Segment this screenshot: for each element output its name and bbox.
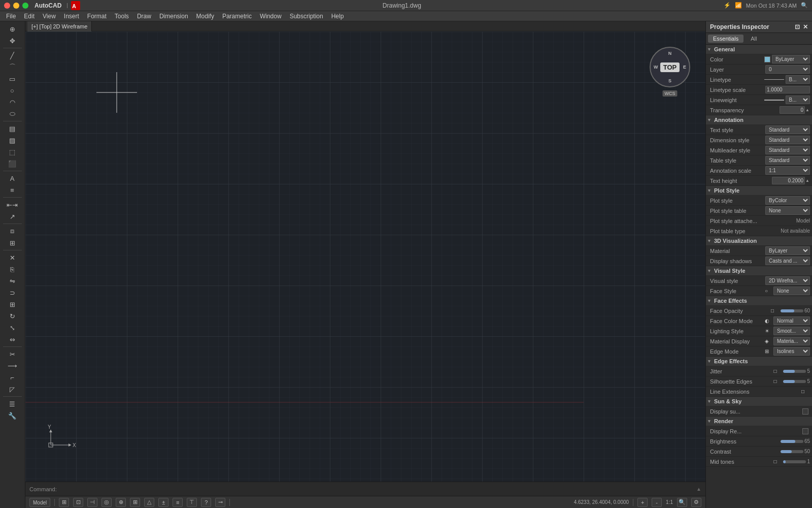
model-button[interactable]: Model — [29, 498, 50, 507]
annotation-scale-select[interactable]: 1:1 — [765, 166, 810, 175]
tab-all[interactable]: All — [746, 35, 762, 43]
erase-tool[interactable]: ✕ — [1, 252, 23, 263]
rectangle-tool[interactable]: ▭ — [1, 73, 23, 84]
plot-style-table-select[interactable]: None — [765, 206, 810, 215]
menu-subscription[interactable]: Subscription — [286, 11, 327, 21]
contrast-slider[interactable] — [781, 450, 803, 453]
trim-tool[interactable]: ✂ — [1, 348, 23, 360]
otrack-toggle[interactable]: ⊞ — [130, 498, 140, 507]
menu-file[interactable]: File — [2, 11, 20, 21]
display-sun-checkbox[interactable] — [802, 408, 808, 415]
circle-tool[interactable]: ○ — [1, 85, 23, 96]
display-render-checkbox[interactable] — [802, 428, 808, 434]
menu-insert[interactable]: Insert — [60, 11, 83, 21]
polar-toggle[interactable]: ◎ — [101, 498, 112, 507]
fillet-tool[interactable]: ⌐ — [1, 372, 23, 383]
tp-toggle[interactable]: ⊤ — [187, 498, 197, 507]
section-render[interactable]: Render — [706, 417, 812, 426]
transparency-input[interactable] — [780, 106, 805, 114]
jitter-slider[interactable] — [783, 370, 806, 373]
section-plot-style[interactable]: Plot Style — [706, 186, 812, 196]
section-annotation[interactable]: Annotation — [706, 115, 812, 125]
stretch-tool[interactable]: ⇔ — [1, 334, 23, 345]
edge-mode-select[interactable]: Isolines — [773, 347, 810, 356]
menu-format[interactable]: Format — [83, 11, 111, 21]
properties-tool[interactable]: 🔧 — [1, 410, 23, 421]
section-sun-sky[interactable]: Sun & Sky — [706, 397, 812, 406]
qp-toggle[interactable]: ? — [201, 498, 211, 507]
multileader-style-select[interactable]: Standard — [765, 146, 810, 154]
region-tool[interactable]: ⬛ — [1, 158, 23, 169]
menu-edit[interactable]: Edit — [20, 11, 39, 21]
hatch-tool[interactable]: ▤ — [1, 123, 23, 134]
tab-essentials[interactable]: Essentials — [708, 35, 743, 43]
mirror-tool[interactable]: ⇋ — [1, 275, 23, 287]
text-height-input[interactable] — [772, 177, 805, 184]
linetype-scale-input[interactable] — [765, 86, 810, 93]
copy-tool[interactable]: ⎘ — [1, 264, 23, 275]
display-shadows-select[interactable]: Casts and ... — [765, 257, 810, 265]
maximize-window-button[interactable] — [22, 3, 28, 9]
line-tool[interactable]: ╱ — [1, 50, 23, 61]
text-style-select[interactable]: Standard — [765, 125, 810, 134]
drawing-canvas[interactable]: N S E W TOP WCS X — [25, 31, 705, 482]
chamfer-tool[interactable]: ◸ — [1, 384, 23, 395]
ortho-toggle[interactable]: ⊣ — [87, 498, 97, 507]
grid-toggle[interactable]: ⊡ — [73, 498, 83, 507]
dyn-toggle[interactable]: ± — [158, 498, 168, 507]
rotate-tool[interactable]: ↻ — [1, 310, 23, 322]
menu-draw[interactable]: Draw — [133, 11, 155, 21]
section-edge-effects[interactable]: Edge Effects — [706, 357, 812, 366]
menu-modify[interactable]: Modify — [192, 11, 218, 21]
offset-tool[interactable]: ⊃ — [1, 287, 23, 298]
brightness-slider[interactable] — [781, 440, 803, 443]
text-height-spin-up[interactable]: ▲ — [805, 178, 810, 183]
lineweight-select[interactable]: B... — [786, 96, 810, 104]
zoom-in-button[interactable]: + — [637, 498, 648, 507]
leader-tool[interactable]: ↗ — [1, 211, 23, 222]
scale-tool[interactable]: ⤡ — [1, 322, 23, 333]
zoom-out-button[interactable]: - — [652, 498, 662, 507]
move-tool[interactable]: ✥ — [1, 35, 23, 46]
section-face-effects[interactable]: Face Effects — [706, 296, 812, 306]
color-select[interactable]: ByLayer — [772, 55, 810, 64]
section-visual-style[interactable]: Visual Style — [706, 266, 812, 276]
arc-tool[interactable]: ◠ — [1, 97, 23, 108]
array-tool[interactable]: ⊞ — [1, 299, 23, 310]
layer-select[interactable]: 0 — [765, 65, 810, 74]
extend-tool[interactable]: ⟶ — [1, 360, 23, 371]
command-expand-icon[interactable]: ▲ — [696, 486, 701, 492]
search-status-icon[interactable]: 🔍 — [677, 498, 687, 507]
text-tool[interactable]: A — [1, 173, 23, 184]
menu-tools[interactable]: Tools — [111, 11, 133, 21]
menu-window[interactable]: Window — [256, 11, 286, 21]
lw-toggle[interactable]: ≡ — [173, 498, 183, 507]
ducs-toggle[interactable]: △ — [144, 498, 154, 507]
snap-toggle[interactable]: ⊞ — [59, 498, 69, 507]
linetype-select[interactable]: B... — [786, 75, 810, 84]
mid-tones-slider[interactable] — [783, 460, 806, 463]
search-icon[interactable]: 🔍 — [801, 2, 808, 9]
command-input[interactable] — [59, 486, 696, 493]
osnap-toggle[interactable]: ⊕ — [116, 498, 126, 507]
table-style-select[interactable]: Standard — [765, 156, 810, 165]
visual-style-select[interactable]: 2D Wirefra... — [765, 276, 810, 285]
face-color-mode-select[interactable]: Normal — [773, 316, 810, 325]
menu-dimension[interactable]: Dimension — [155, 11, 192, 21]
material-select[interactable]: ByLayer — [765, 246, 810, 255]
lighting-style-select[interactable]: Smoot... — [773, 327, 810, 335]
insert-tool[interactable]: ⊞ — [1, 237, 23, 248]
material-display-select[interactable]: Materia... — [773, 337, 810, 345]
minimize-window-button[interactable] — [13, 3, 19, 9]
close-window-button[interactable] — [4, 3, 10, 9]
sc-toggle[interactable]: ⊸ — [215, 498, 225, 507]
layer-tool[interactable]: ☰ — [1, 398, 23, 409]
menu-view[interactable]: View — [39, 11, 60, 21]
compass-top-button[interactable]: TOP — [660, 62, 680, 72]
ellipse-tool[interactable]: ⬭ — [1, 108, 23, 119]
section-general[interactable]: General — [706, 45, 812, 54]
plot-style-select[interactable]: ByColor — [765, 196, 810, 205]
dim-style-select[interactable]: Standard — [765, 136, 810, 144]
polyline-tool[interactable]: ⌒ — [1, 61, 23, 73]
panel-close-icon[interactable]: ✕ — [803, 23, 808, 30]
